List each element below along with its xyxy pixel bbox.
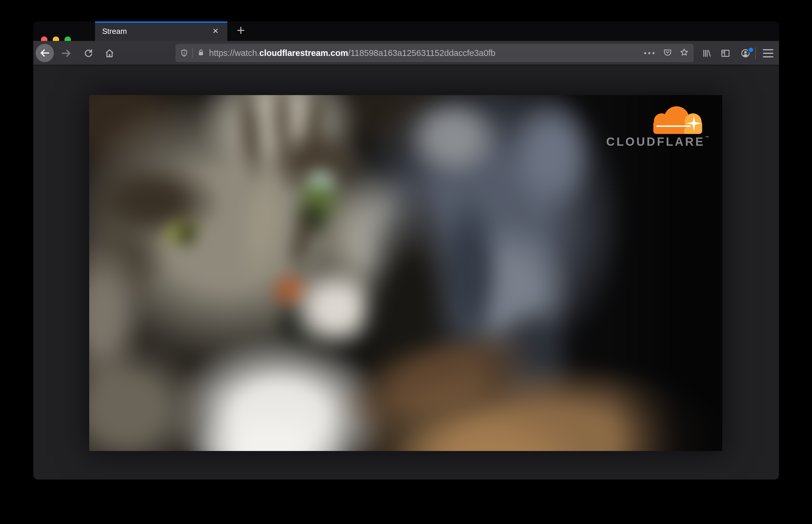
home-icon bbox=[104, 48, 115, 59]
back-button[interactable] bbox=[36, 44, 54, 62]
url-scheme: https://watch. bbox=[209, 48, 259, 58]
video-art-blob bbox=[506, 95, 597, 219]
new-tab-button[interactable]: + bbox=[231, 21, 250, 41]
pocket-save-icon[interactable] bbox=[663, 48, 672, 59]
address-bar[interactable]: https://watch.cloudflarestream.com/11859… bbox=[176, 44, 694, 62]
tab-close-button[interactable]: × bbox=[210, 21, 222, 41]
tab-bar: Stream × + bbox=[33, 21, 779, 41]
video-frame-cat bbox=[89, 95, 722, 451]
url-text[interactable]: https://watch.cloudflarestream.com/11859… bbox=[209, 48, 496, 58]
library-icon bbox=[701, 48, 712, 59]
hamburger-icon bbox=[763, 49, 774, 50]
reload-icon bbox=[83, 48, 94, 59]
navigation-toolbar: https://watch.cloudflarestream.com/11859… bbox=[33, 41, 779, 65]
bookmark-star-icon[interactable] bbox=[679, 47, 689, 59]
cloudflare-wordmark: CLOUDFLARE™ bbox=[606, 135, 703, 148]
page-content: CLOUDFLARE™ bbox=[33, 65, 779, 479]
tab-stream[interactable]: Stream × bbox=[95, 21, 227, 41]
video-player[interactable]: CLOUDFLARE™ bbox=[89, 95, 722, 451]
account-notification-dot bbox=[748, 47, 754, 53]
desktop-background: Stream × + bbox=[0, 0, 812, 524]
url-domain: cloudflarestream.com bbox=[259, 48, 348, 58]
sidebar-icon bbox=[720, 48, 731, 59]
address-bar-left: https://watch.cloudflarestream.com/11859… bbox=[176, 44, 496, 62]
home-button[interactable] bbox=[104, 41, 115, 65]
address-bar-divider bbox=[192, 48, 193, 58]
account-button[interactable] bbox=[739, 41, 752, 65]
trademark-symbol: ™ bbox=[705, 135, 709, 140]
tracking-protection-shield-icon[interactable] bbox=[180, 49, 189, 58]
reload-button[interactable] bbox=[82, 41, 94, 65]
forward-button[interactable] bbox=[60, 41, 72, 65]
video-art-blob bbox=[165, 222, 183, 241]
browser-window: Stream × + bbox=[33, 21, 779, 479]
library-button[interactable] bbox=[700, 41, 713, 65]
cloudflare-logo: CLOUDFLARE™ bbox=[606, 107, 703, 148]
video-art-blob bbox=[403, 95, 503, 180]
https-lock-icon[interactable] bbox=[196, 48, 206, 58]
page-actions-button[interactable]: ••• bbox=[644, 44, 656, 62]
toolbar-divider bbox=[755, 47, 756, 59]
forward-arrow-icon bbox=[60, 47, 72, 59]
cloudflare-cloud-icon bbox=[653, 107, 703, 134]
back-arrow-icon bbox=[39, 47, 51, 59]
cloud-motion-line bbox=[656, 126, 691, 127]
tab-title: Stream bbox=[102, 21, 127, 41]
menu-button[interactable] bbox=[762, 41, 774, 65]
sidebar-toggle-button[interactable] bbox=[719, 41, 732, 65]
address-bar-actions: ••• bbox=[644, 44, 689, 62]
video-right-vignette bbox=[613, 95, 722, 451]
url-path: /118598a163a125631152ddaccfe3a0fb bbox=[348, 48, 495, 58]
